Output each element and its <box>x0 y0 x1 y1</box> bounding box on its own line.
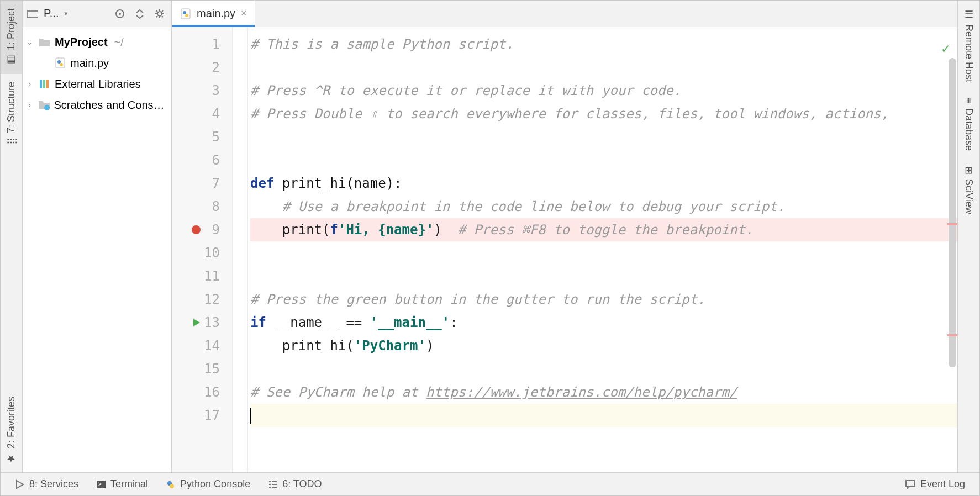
star-icon: ★ <box>6 453 18 465</box>
editor-body[interactable]: 1234567891011121314151617 # This is a sa… <box>172 27 957 472</box>
gutter-row[interactable]: 10 <box>172 241 226 265</box>
services-icon <box>15 479 25 489</box>
code-line[interactable]: print(f'Hi, {name}') # Press ⌘F8 to togg… <box>250 218 957 241</box>
scratches-icon <box>38 99 50 110</box>
svg-point-7 <box>60 63 63 66</box>
svg-rect-8 <box>40 80 42 88</box>
tool-tab-sciview[interactable]: ⊞ SciView <box>958 159 979 222</box>
line-number: 1 <box>204 33 220 56</box>
right-tool-strip: ☰ Remote Host ≡ Database ⊞ SciView <box>957 1 979 472</box>
gutter-row[interactable]: 13 <box>172 311 226 334</box>
tool-tab-terminal[interactable]: >_ Terminal <box>87 478 157 490</box>
gutter-row[interactable]: 17 <box>172 404 226 427</box>
close-icon[interactable]: × <box>241 8 247 19</box>
gutter-row[interactable]: 12 <box>172 288 226 311</box>
code-line[interactable] <box>250 265 957 288</box>
tree-label: External Libraries <box>55 78 141 91</box>
window-icon <box>27 10 38 18</box>
tool-tab-favorites[interactable]: ★ 2: Favorites <box>1 389 22 472</box>
svg-point-6 <box>57 60 61 64</box>
line-number: 12 <box>204 288 220 311</box>
gutter-row[interactable]: 11 <box>172 265 226 288</box>
tool-tab-todo[interactable]: 6: TODO <box>259 478 330 490</box>
project-tree[interactable]: ⌄ MyProject ~/ main.py › External Librar… <box>23 27 171 472</box>
event-log-button[interactable]: Event Log <box>896 478 974 490</box>
run-gutter-icon[interactable] <box>192 318 201 327</box>
code-line[interactable] <box>250 357 957 381</box>
grid-icon: ⊞ <box>963 166 975 175</box>
tool-tab-project[interactable]: ▤ 1: Project <box>1 1 22 74</box>
locate-button[interactable] <box>113 7 127 21</box>
code-line[interactable] <box>250 241 957 265</box>
tree-node-file[interactable]: main.py <box>23 52 171 73</box>
svg-point-3 <box>119 13 121 15</box>
code-line[interactable] <box>250 125 957 149</box>
dropdown-icon[interactable]: ▾ <box>64 9 68 18</box>
tool-tab-label: 6: TODO <box>282 478 322 490</box>
gutter-row[interactable]: 6 <box>172 149 226 172</box>
gutter-row[interactable]: 4 <box>172 102 226 125</box>
code-line[interactable]: # Press ^R to execute it or replace it w… <box>250 79 957 102</box>
code-line[interactable]: def print_hi(name): <box>250 172 957 195</box>
error-stripe-mark[interactable] <box>947 223 957 225</box>
code-line[interactable] <box>250 149 957 172</box>
chevron-right-icon[interactable]: › <box>25 80 35 88</box>
code-line[interactable]: print_hi('PyCharm') <box>250 334 957 357</box>
gutter-row[interactable]: 16 <box>172 381 226 404</box>
server-icon: ☰ <box>963 8 975 20</box>
collapse-button[interactable] <box>133 7 147 21</box>
gutter-row[interactable]: 14 <box>172 334 226 357</box>
line-number-gutter[interactable]: 1234567891011121314151617 <box>172 27 233 472</box>
gutter-row[interactable]: 3 <box>172 79 226 102</box>
code-area[interactable]: # This is a sample Python script.# Press… <box>248 27 957 472</box>
left-tool-strip: ▤ 1: Project ⣿ 7: Structure ★ 2: Favorit… <box>1 1 23 472</box>
code-line[interactable]: # See PyCharm help at https://www.jetbra… <box>250 381 957 404</box>
code-line[interactable] <box>250 404 957 427</box>
tool-tab-database[interactable]: ≡ Database <box>958 90 979 159</box>
inspection-ok-icon[interactable]: ✓ <box>942 37 950 60</box>
speech-bubble-icon <box>905 479 916 489</box>
tool-tab-services[interactable]: 8: Services <box>6 478 87 490</box>
library-icon <box>38 78 51 89</box>
fold-gutter[interactable] <box>233 27 248 472</box>
gutter-row[interactable]: 15 <box>172 357 226 381</box>
line-number: 4 <box>204 102 220 125</box>
gutter-row[interactable]: 8 <box>172 195 226 218</box>
code-line[interactable] <box>250 56 957 79</box>
code-line[interactable]: if __name__ == '__main__': <box>250 311 957 334</box>
editor-tab-main[interactable]: main.py × <box>172 0 255 27</box>
tool-tab-label: 8: Services <box>29 478 78 490</box>
chevron-down-icon[interactable]: ⌄ <box>25 38 35 46</box>
gutter-row[interactable]: 9 <box>172 218 226 241</box>
code-line[interactable]: # This is a sample Python script. <box>250 33 957 56</box>
python-file-icon <box>180 8 191 19</box>
tree-hint: ~/ <box>114 36 124 49</box>
breakpoint-icon[interactable] <box>191 225 201 235</box>
tool-tab-python-console[interactable]: Python Console <box>157 478 259 490</box>
folder-icon: ▤ <box>6 55 18 66</box>
error-stripe-mark[interactable] <box>947 334 957 336</box>
gutter-row[interactable]: 5 <box>172 125 226 149</box>
vertical-scrollbar[interactable] <box>949 58 956 367</box>
gutter-row[interactable]: 1 <box>172 33 226 56</box>
text-caret <box>250 408 251 424</box>
code-line[interactable]: # Press the green button in the gutter t… <box>250 288 957 311</box>
line-number: 17 <box>204 404 220 427</box>
code-line[interactable]: # Use a breakpoint in the code line belo… <box>250 195 957 218</box>
tree-node-root[interactable]: ⌄ MyProject ~/ <box>23 31 171 52</box>
tool-tab-label: SciView <box>963 179 974 214</box>
tool-tab-structure[interactable]: ⣿ 7: Structure <box>1 74 22 152</box>
tree-node-scratches[interactable]: › Scratches and Consoles <box>23 94 171 115</box>
tree-node-external-libraries[interactable]: › External Libraries <box>23 73 171 94</box>
gutter-row[interactable]: 2 <box>172 56 226 79</box>
svg-point-4 <box>157 12 162 16</box>
line-number: 3 <box>204 79 220 102</box>
chevron-right-icon[interactable]: › <box>25 101 34 109</box>
settings-button[interactable] <box>152 7 167 21</box>
gutter-row[interactable]: 7 <box>172 172 226 195</box>
terminal-icon: >_ <box>96 480 106 489</box>
svg-marker-17 <box>17 481 23 488</box>
tool-tab-remote-host[interactable]: ☰ Remote Host <box>958 1 979 90</box>
code-line[interactable]: # Press Double ⇧ to search everywhere fo… <box>250 102 957 125</box>
svg-rect-9 <box>43 80 45 88</box>
